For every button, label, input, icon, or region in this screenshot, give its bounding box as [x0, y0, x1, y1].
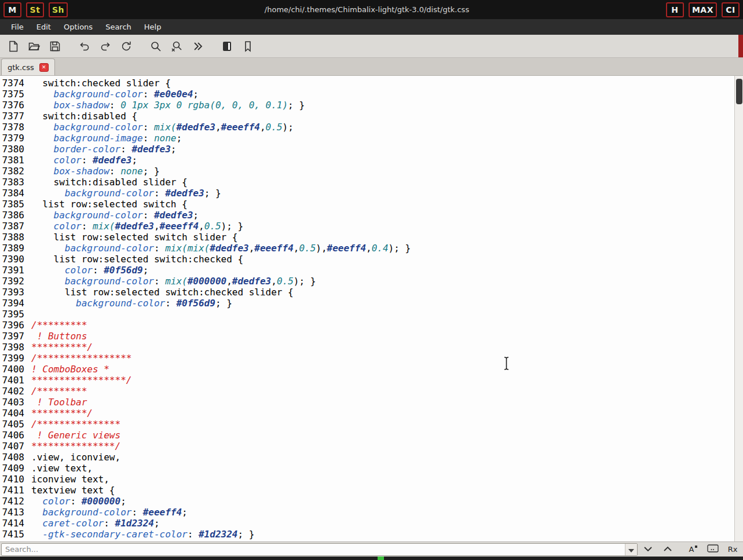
line-number: 7392 [1, 276, 24, 287]
find-replace-button[interactable] [167, 37, 186, 56]
scrollbar-handle[interactable] [736, 79, 742, 104]
editor[interactable]: 7374737573767377737873797380738173827383… [0, 76, 743, 541]
match-case-icon [695, 546, 697, 548]
line-number: 7405 [1, 419, 24, 430]
reload-button[interactable] [116, 37, 136, 56]
line-number: 7375 [1, 89, 24, 100]
app-window: MStSh /home/chi/.themes/Chimbalix-light/… [0, 0, 743, 560]
menu-file[interactable]: File [5, 20, 30, 34]
vertical-scrollbar[interactable] [734, 76, 743, 541]
regex-toggle[interactable]: Rx [723, 543, 742, 556]
line-number: 7397 [1, 331, 24, 342]
window-badge-st[interactable]: St [26, 2, 44, 17]
line-number: 7388 [1, 232, 24, 243]
line-number: 7377 [1, 111, 24, 122]
code-line: *****************/ [31, 375, 743, 386]
code-line: background-color: #eeeff4; [31, 507, 743, 518]
code-line: caret-color: #1d2324; [31, 518, 743, 529]
menubar: FileEditOptionsSearchHelp [0, 19, 743, 35]
code-line [31, 309, 743, 320]
line-number: 7403 [1, 397, 24, 408]
code-line: color: #000000; [31, 496, 743, 507]
tab-gtk-css[interactable]: gtk.css ✕ [1, 58, 55, 75]
search-input[interactable] [2, 544, 625, 555]
find-next-button[interactable] [639, 543, 657, 556]
line-number: 7391 [1, 265, 24, 276]
line-number: 7389 [1, 243, 24, 254]
find-button[interactable] [146, 37, 166, 56]
regex-label: Rx [728, 545, 738, 554]
bookmark-button[interactable] [238, 37, 258, 56]
code-line: background-color: #e0e0e4; [31, 89, 743, 100]
code-line: /***************** [31, 353, 743, 364]
code-line: border-color: #dedfe3; [31, 144, 743, 155]
undo-icon [78, 40, 91, 53]
redo-button[interactable] [96, 37, 115, 56]
line-number: 7393 [1, 287, 24, 298]
window-badge-sh[interactable]: Sh [49, 2, 68, 17]
line-number: 7382 [1, 166, 24, 177]
undo-button[interactable] [75, 37, 94, 56]
menu-edit[interactable]: Edit [30, 20, 57, 34]
line-number: 7380 [1, 144, 24, 155]
line-number: 7400 [1, 364, 24, 375]
window-badge-max[interactable]: MAX [689, 2, 717, 17]
line-number: 7411 [1, 485, 24, 496]
toolbar [0, 35, 743, 58]
search-entry [1, 543, 638, 556]
save-icon [49, 40, 61, 53]
code-line: switch:disabled { [31, 111, 743, 122]
code-line: color: mix(#dedfe3,#eeeff4,0.5); } [31, 221, 743, 232]
line-number-gutter: 7374737573767377737873797380738173827383… [0, 76, 27, 541]
code-area[interactable]: switch:checked slider { background-color… [27, 76, 743, 541]
code-line: textview text { [31, 485, 743, 496]
line-number: 7378 [1, 122, 24, 133]
code-line: /********* [31, 320, 743, 331]
line-number: 7409 [1, 463, 24, 474]
code-line: list row:selected switch { [31, 199, 743, 210]
match-case-label: A [689, 545, 694, 554]
code-line: background-color: #dedfe3; } [31, 188, 743, 199]
code-line: background-color: mix(#000000,#dedfe3,0.… [31, 276, 743, 287]
line-number: 7385 [1, 199, 24, 210]
code-line: /********* [31, 386, 743, 397]
open-file-button[interactable] [24, 37, 44, 56]
window-badge-h[interactable]: H [666, 2, 684, 17]
code-line: **********/ [31, 342, 743, 353]
line-number: 7407 [1, 441, 24, 452]
line-number: 7399 [1, 353, 24, 364]
code-line: background-color: mix(mix(#dedfe3,#eeeff… [31, 243, 743, 254]
line-number: 7398 [1, 342, 24, 353]
tab-close-button[interactable]: ✕ [39, 63, 49, 72]
line-number: 7404 [1, 408, 24, 419]
line-number: 7379 [1, 133, 24, 144]
code-line: background-color: #dedfe3; [31, 210, 743, 221]
line-number: 7383 [1, 177, 24, 188]
search-history-dropdown[interactable] [625, 544, 637, 555]
bottom-strip [0, 557, 743, 560]
code-line: list row:selected switch:checked slider … [31, 287, 743, 298]
find-previous-button[interactable] [658, 543, 677, 556]
window-badge-m[interactable]: M [3, 2, 21, 17]
line-number: 7395 [1, 309, 24, 320]
line-number: 7410 [1, 474, 24, 485]
chevron-down-icon [643, 545, 653, 554]
whole-word-toggle[interactable] [704, 543, 722, 556]
code-line: iconview text, [31, 474, 743, 485]
code-line: .view, iconview, [31, 452, 743, 463]
new-file-button[interactable] [3, 37, 23, 56]
code-line: ! Generic views [31, 430, 743, 441]
menu-search[interactable]: Search [99, 20, 138, 34]
save-file-button[interactable] [45, 37, 65, 56]
window-badge-ci[interactable]: CI [722, 2, 740, 17]
line-number: 7414 [1, 518, 24, 529]
jump-to-button[interactable] [188, 37, 207, 56]
line-number: 7374 [1, 78, 24, 89]
fullscreen-button[interactable] [217, 37, 237, 56]
line-number: 7406 [1, 430, 24, 441]
code-line: background-color: #0f56d9; } [31, 298, 743, 309]
code-line: switch:disabled slider { [31, 177, 743, 188]
menu-options[interactable]: Options [57, 20, 99, 34]
match-case-toggle[interactable]: A [684, 543, 702, 556]
menu-help[interactable]: Help [138, 20, 168, 34]
